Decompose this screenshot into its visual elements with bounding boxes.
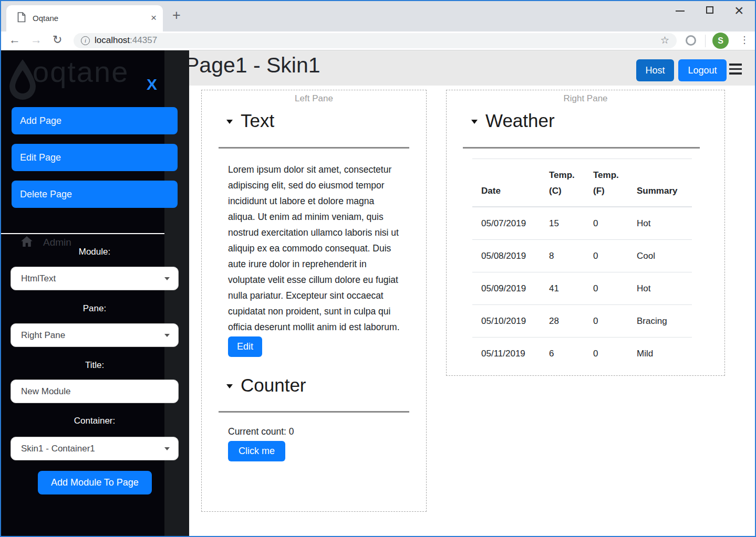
- reload-icon[interactable]: ↻: [53, 33, 62, 47]
- address-bar[interactable]: i localhost:44357 ☆: [74, 33, 677, 48]
- column-header-summary: Summary: [628, 159, 692, 207]
- new-tab-button[interactable]: +: [172, 7, 181, 24]
- cell-temp-f: 0: [584, 207, 628, 240]
- module-select-value: HtmlText: [21, 273, 56, 283]
- module-select[interactable]: HtmlText: [11, 267, 179, 290]
- caret-down-icon[interactable]: [471, 120, 478, 124]
- table-row: 05/11/2019 6 0 Mild: [472, 338, 692, 370]
- cell-date: 05/08/2019: [472, 240, 540, 272]
- counter-module-header: Counter: [226, 373, 426, 397]
- cell-temp-c: 41: [540, 272, 584, 305]
- cell-temp-c: 6: [540, 338, 584, 370]
- page-title: Page1 - Skin1: [185, 53, 320, 78]
- pane-select[interactable]: Right Pane: [11, 323, 179, 347]
- cell-temp-f: 0: [584, 240, 628, 272]
- weather-table: Date Temp. (C) Temp. (F) Summary 05/07/2…: [472, 159, 692, 370]
- profile-avatar[interactable]: S: [712, 33, 729, 49]
- cell-summary: Hot: [628, 272, 692, 305]
- browser-tab[interactable]: Oqtane ×: [6, 5, 163, 31]
- cell-temp-f: 0: [584, 305, 628, 338]
- add-page-button[interactable]: Add Page: [12, 107, 178, 134]
- right-pane-label: Right Pane: [447, 93, 724, 104]
- browser-menu-icon[interactable]: ⋮: [740, 34, 749, 46]
- table-row: 05/09/2019 41 0 Hot: [472, 272, 692, 305]
- cell-temp-f: 0: [584, 338, 628, 370]
- cell-date: 05/10/2019: [472, 305, 540, 338]
- right-pane: Right Pane Weather Date Temp. (C) Temp. …: [446, 90, 725, 376]
- window-minimize-button[interactable]: [676, 10, 685, 12]
- text-module-title: Text: [241, 109, 274, 133]
- control-panel-close-button[interactable]: X: [147, 76, 157, 93]
- url-host: localhost: [95, 35, 130, 45]
- url-text[interactable]: localhost:44357: [95, 35, 157, 46]
- logout-button[interactable]: Logout: [678, 59, 727, 81]
- browser-toolbar: ← → ↻ i localhost:44357 ☆ S ⋮: [0, 31, 756, 50]
- container-label: Container:: [0, 416, 189, 426]
- module-divider: [463, 147, 700, 149]
- edit-button[interactable]: Edit: [228, 336, 262, 357]
- text-module-header: Text: [226, 109, 426, 133]
- tab-close-icon[interactable]: ×: [151, 12, 157, 24]
- hamburger-menu-icon[interactable]: [729, 64, 742, 75]
- pane-select-value: Right Pane: [21, 330, 65, 340]
- text-module-body: Lorem ipsum dolor sit amet, consectetur …: [228, 162, 401, 335]
- module-divider: [219, 411, 409, 413]
- pane-label: Pane:: [0, 303, 189, 314]
- container-select[interactable]: Skin1 - Container1: [11, 437, 179, 460]
- cell-date: 05/09/2019: [472, 272, 540, 305]
- browser-titlebar: Oqtane × + ×: [0, 0, 756, 31]
- edit-page-button[interactable]: Edit Page: [12, 144, 178, 171]
- tab-title: Oqtane: [33, 14, 58, 23]
- title-input[interactable]: [11, 380, 179, 403]
- site-info-icon[interactable]: i: [81, 36, 90, 45]
- cell-date: 05/07/2019: [472, 207, 540, 240]
- title-label: Title:: [0, 360, 189, 371]
- cell-temp-c: 15: [540, 207, 584, 240]
- toolbar-separator: [705, 35, 706, 47]
- caret-down-icon[interactable]: [226, 384, 233, 388]
- table-row: 05/10/2019 28 0 Bracing: [472, 305, 692, 338]
- cell-summary: Bracing: [628, 305, 692, 338]
- cell-date: 05/11/2019: [472, 338, 540, 370]
- weather-module-header: Weather: [471, 109, 724, 133]
- click-me-button[interactable]: Click me: [228, 441, 285, 461]
- control-panel: X Add Page Edit Page Delete Page Module:…: [0, 50, 189, 537]
- weather-module-title: Weather: [485, 109, 555, 133]
- host-button[interactable]: Host: [636, 59, 674, 81]
- page-header: Page1 - Skin1 Host Logout: [164, 50, 756, 86]
- chevron-down-icon: [164, 334, 170, 337]
- chevron-down-icon: [164, 447, 170, 450]
- table-row: 05/08/2019 8 0 Cool: [472, 240, 692, 272]
- extension-icon[interactable]: [686, 35, 696, 46]
- counter-module-title: Counter: [241, 373, 306, 397]
- cell-summary: Cool: [628, 240, 692, 272]
- cell-temp-c: 28: [540, 305, 584, 338]
- window-maximize-button[interactable]: [706, 6, 713, 14]
- module-divider: [219, 147, 409, 149]
- left-pane-label: Left Pane: [202, 93, 426, 104]
- bookmark-star-icon[interactable]: ☆: [660, 34, 669, 46]
- column-header-date: Date: [472, 159, 540, 207]
- column-header-temp-c: Temp. (C): [540, 159, 584, 207]
- caret-down-icon[interactable]: [226, 120, 233, 124]
- add-module-to-page-button[interactable]: Add Module To Page: [38, 471, 152, 494]
- cell-temp-f: 0: [584, 272, 628, 305]
- page-favicon-icon: [17, 12, 26, 25]
- delete-page-button[interactable]: Delete Page: [12, 181, 178, 208]
- url-port: :44357: [130, 35, 157, 45]
- table-header-row: Date Temp. (C) Temp. (F) Summary: [472, 159, 692, 207]
- left-pane: Left Pane Text Lorem ipsum dolor sit ame…: [201, 90, 427, 512]
- current-count-text: Current count: 0: [228, 426, 426, 437]
- forward-icon: →: [30, 33, 42, 47]
- table-row: 05/07/2019 15 0 Hot: [472, 207, 692, 240]
- window-close-button[interactable]: ×: [734, 2, 744, 19]
- cell-summary: Hot: [628, 207, 692, 240]
- container-select-value: Skin1 - Container1: [21, 444, 95, 454]
- chevron-down-icon: [164, 277, 170, 280]
- cell-temp-c: 8: [540, 240, 584, 272]
- back-icon[interactable]: ←: [9, 33, 20, 47]
- column-header-temp-f: Temp. (F): [584, 159, 628, 207]
- module-label: Module:: [0, 247, 189, 257]
- cell-summary: Mild: [628, 338, 692, 370]
